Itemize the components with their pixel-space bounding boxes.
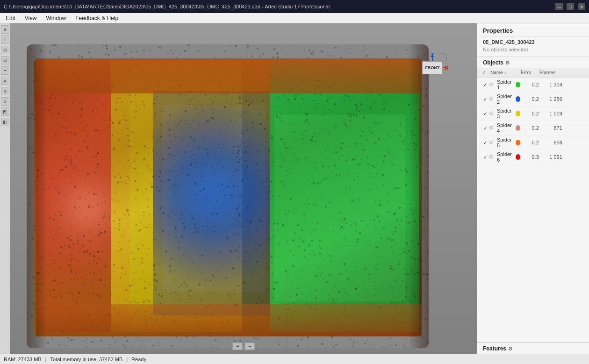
undo-button[interactable]: ↩ (232, 343, 243, 350)
close-button[interactable]: ✕ (578, 3, 585, 10)
status-bar: RAM: 27433 MB | Total memory in use: 374… (0, 354, 589, 364)
toolbar-tool-2[interactable]: ↕ (1, 36, 9, 44)
menu-feedback[interactable]: Feedback & Help (72, 14, 122, 22)
features-label: Features (483, 345, 506, 352)
obj-icon-1: ⦾ (489, 82, 493, 87)
window-title: C:\Users\gigap\Documents\00_DATA\ARTECSa… (4, 4, 330, 9)
axis-gizmo: Z X FRONT (414, 49, 451, 86)
color-dot-6 (516, 154, 520, 160)
main-area: ⊕ ↕ ⊞ ⊡ ✦ ◈ ⊗ ⊙ ◩ ◧ Z X FRONT ↩ (0, 23, 589, 354)
objects-section: Objects ⚙ ✓ Name ↑ Error Frames ✓ ⦾ Spid… (477, 57, 589, 342)
ram-info: RAM: 27433 MB (4, 357, 42, 362)
objects-label: Objects (483, 59, 503, 66)
minimize-button[interactable]: — (555, 3, 563, 10)
features-gear-icon[interactable]: ⚙ (508, 346, 513, 352)
features-section: Features ⚙ (477, 342, 589, 354)
obj-frames-5: 656 (539, 140, 562, 145)
menu-bar: Edit View Window Feedback & Help (0, 13, 589, 23)
menu-window[interactable]: Window (42, 14, 70, 22)
object-row-5[interactable]: ✓ ⦾ Spider 5 0.2 656 (477, 136, 589, 150)
toolbar-tool-9[interactable]: ◩ (1, 107, 9, 116)
obj-label-4: Spider 4 (495, 122, 513, 134)
toolbar-tool-1[interactable]: ⊕ (1, 25, 9, 34)
window-controls[interactable]: — □ ✕ (555, 3, 585, 10)
obj-name-6: ⦾ Spider 6 (489, 151, 520, 163)
color-dot-5 (516, 140, 520, 145)
obj-error-4: 0.2 (520, 125, 539, 131)
viewport[interactable]: Z X FRONT ↩ ↪ (10, 23, 477, 354)
rotate-arc (437, 53, 447, 63)
color-dot-1 (516, 82, 520, 87)
check-2: ✓ (481, 97, 489, 102)
object-row-1[interactable]: ✓ ⦾ Spider 1 0.2 1 314 (477, 78, 589, 92)
check-6: ✓ (481, 155, 489, 160)
scan-object (27, 44, 429, 348)
obj-name-1: ⦾ Spider 1 (489, 79, 520, 90)
obj-label-5: Spider 5 (495, 137, 513, 148)
obj-frames-6: 1 091 (539, 154, 562, 160)
color-dot-2 (516, 96, 520, 102)
viewport-bottom-controls: ↩ ↪ (232, 343, 255, 350)
toolbar-tool-4[interactable]: ⊡ (1, 56, 9, 64)
object-title: 05_DMC_425_300423 (477, 36, 589, 46)
obj-error-1: 0.2 (520, 82, 539, 87)
status-ready: Ready (131, 357, 146, 362)
col-error: Error (520, 69, 539, 76)
col-name: Name ↑ (489, 69, 520, 76)
obj-error-3: 0.2 (520, 111, 539, 116)
obj-error-6: 0.3 (520, 154, 539, 160)
color-dot-4 (516, 125, 520, 131)
obj-icon-6: ⦾ (489, 154, 493, 160)
title-bar: C:\Users\gigap\Documents\00_DATA\ARTECSa… (0, 0, 589, 13)
obj-icon-5: ⦾ (489, 140, 493, 145)
obj-name-4: ⦾ Spider 4 (489, 122, 520, 134)
color-dot-3 (516, 111, 520, 116)
obj-icon-3: ⦾ (489, 111, 493, 116)
obj-icon-4: ⦾ (489, 125, 493, 131)
separator-2: | (126, 357, 128, 362)
toolbar-tool-6[interactable]: ◈ (1, 77, 9, 85)
check-5: ✓ (481, 140, 489, 145)
toolbar-tool-3[interactable]: ⊞ (1, 46, 9, 54)
left-toolbar: ⊕ ↕ ⊞ ⊡ ✦ ◈ ⊗ ⊙ ◩ ◧ (0, 23, 10, 354)
objects-header: Objects ⚙ (477, 57, 589, 68)
toolbar-tool-8[interactable]: ⊙ (1, 97, 9, 106)
obj-name-3: ⦾ Spider 3 (489, 108, 520, 119)
object-row-6[interactable]: ✓ ⦾ Spider 6 0.3 1 091 (477, 150, 589, 164)
col-frames: Frames (539, 69, 562, 76)
separator-1: | (45, 357, 47, 362)
obj-label-2: Spider 2 (495, 93, 513, 105)
obj-icon-2: ⦾ (489, 96, 493, 102)
redo-button[interactable]: ↪ (244, 343, 255, 350)
obj-frames-2: 1 286 (539, 96, 562, 102)
obj-frames-4: 871 (539, 125, 562, 131)
memory-info: Total memory in use: 37482 MB (50, 357, 123, 362)
front-face-label: FRONT (422, 61, 443, 74)
obj-frames-3: 1 019 (539, 111, 562, 116)
objects-columns: ✓ Name ↑ Error Frames (477, 68, 589, 78)
check-1: ✓ (481, 82, 489, 87)
obj-label-3: Spider 3 (495, 108, 513, 119)
toolbar-tool-10[interactable]: ◧ (1, 118, 9, 126)
scan-canvas (27, 44, 429, 348)
obj-name-5: ⦾ Spider 5 (489, 137, 520, 148)
objects-gear-icon[interactable]: ⚙ (505, 60, 510, 66)
object-row-4[interactable]: ✓ ⦾ Spider 4 0.2 871 (477, 121, 589, 136)
menu-view[interactable]: View (21, 14, 41, 22)
object-row-3[interactable]: ✓ ⦾ Spider 3 0.2 1 019 (477, 107, 589, 121)
obj-frames-1: 1 314 (539, 82, 562, 87)
object-row-2[interactable]: ✓ ⦾ Spider 2 0.2 1 286 (477, 92, 589, 107)
col-check: ✓ (481, 69, 489, 76)
axis-x-label: X (445, 64, 449, 71)
properties-header: Properties (477, 23, 589, 36)
menu-edit[interactable]: Edit (2, 14, 19, 22)
axis-z-label: Z (431, 51, 434, 58)
obj-error-2: 0.2 (520, 96, 539, 102)
check-4: ✓ (481, 126, 489, 131)
obj-label-6: Spider 6 (495, 151, 513, 163)
toolbar-tool-5[interactable]: ✦ (1, 66, 9, 75)
maximize-button[interactable]: □ (567, 3, 574, 10)
obj-name-2: ⦾ Spider 2 (489, 93, 520, 105)
objects-list: ✓ ⦾ Spider 1 0.2 1 314 ✓ ⦾ Spider 2 0.2 … (477, 78, 589, 164)
toolbar-tool-7[interactable]: ⊗ (1, 87, 9, 95)
